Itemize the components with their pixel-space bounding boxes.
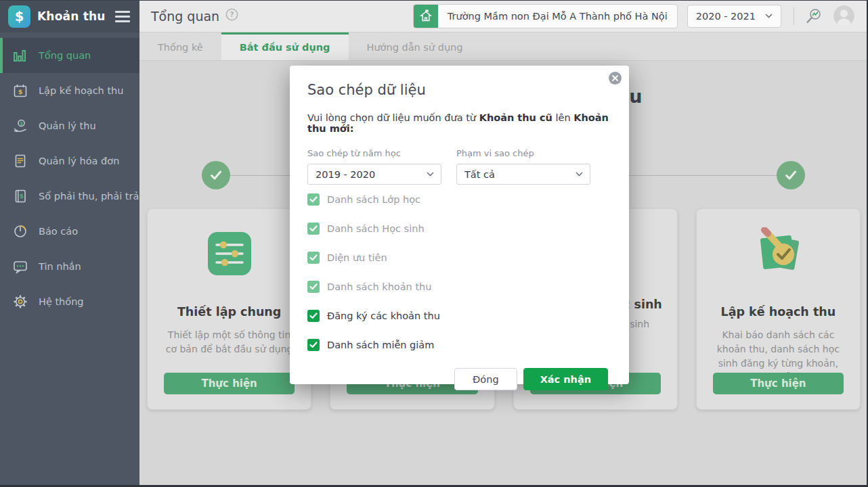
chat-icon (12, 258, 28, 275)
school-icon (414, 5, 438, 28)
app-window: $ Khoản thu Tổng quan $ Lập (0, 0, 868, 487)
checkbox-label: Danh sách Học sinh (327, 223, 425, 234)
sidebar-item-label: Hệ thống (39, 296, 84, 307)
field-label: Sao chép từ năm học (307, 148, 441, 158)
hand-coin-icon: $ (12, 118, 28, 134)
field-label: Phạm vi sao chép (456, 148, 590, 158)
calendar-dollar-icon: $ (12, 83, 28, 99)
svg-text:?: ? (230, 10, 234, 18)
checkbox-checked-icon (307, 252, 320, 264)
checkbox-danh-sach-mien-giam[interactable]: Danh sách miễn giảm (307, 339, 611, 351)
field-copy-year: Sao chép từ năm học 2019 - 2020 (307, 148, 441, 185)
checkbox-label: Diện ưu tiên (327, 252, 387, 263)
card-lap-ke-hoach-thu: Lập kế hoạch thu Khai báo danh sách các … (696, 208, 861, 410)
checkbox-dien-uu-tien: Diện ưu tiên (307, 252, 611, 264)
svg-text:$: $ (18, 88, 23, 95)
school-selector[interactable]: Trường Mầm non Đại Mỗ A Thành phố Hà Nội (413, 4, 678, 28)
question-icon[interactable]: ? (225, 8, 238, 24)
copy-data-modal: Sao chép dữ liệu Vui lòng chọn dữ liệu m… (290, 66, 629, 384)
book-dollar-icon: $ (12, 188, 28, 204)
sidebar-nav: Tổng quan $ Lập kế hoạch thu $ (0, 32, 139, 319)
svg-text:$: $ (20, 120, 23, 126)
step-check-icon (777, 161, 805, 189)
checkbox-checked-icon (307, 193, 320, 206)
checkbox-checked-icon (307, 310, 320, 322)
school-year-value: 2020 - 2021 (696, 11, 756, 22)
window-edge-top (0, 0, 868, 1)
select-value: Tất cả (464, 169, 495, 180)
topbar-divider (794, 7, 794, 25)
invoice-icon (12, 153, 28, 169)
school-name: Trường Mầm non Đại Mỗ A Thành phố Hà Nội (438, 5, 677, 28)
sidebar-item-label: Sổ phải thu, phải trả (39, 191, 139, 202)
modal-fields: Sao chép từ năm học 2019 - 2020 Phạm vi … (307, 148, 611, 185)
select-value: 2019 - 2020 (316, 169, 375, 180)
tab-label: Thống kê (158, 42, 203, 53)
tab-bat-dau-su-dung[interactable]: Bắt đầu sử dụng (221, 32, 349, 60)
card-title: Thiết lập chung (161, 305, 297, 319)
intro-bold-old: Khoản thu cũ (479, 112, 552, 123)
sidebar-item-label: Quản lý hóa đơn (39, 156, 119, 166)
school-year-select[interactable]: 2020 - 2021 (687, 5, 781, 28)
sidebar-item-so-phai-thu[interactable]: $ Sổ phải thu, phải trả (0, 179, 139, 214)
app-title: Khoản thu (37, 9, 108, 23)
dollar-logo-icon: $ (8, 5, 30, 28)
sidebar-item-bao-cao[interactable]: Báo cáo (0, 214, 139, 249)
card-thiet-lap-chung: Thiết lập chung Thiết lập một số thông t… (147, 208, 311, 410)
thuc-hien-button[interactable]: Thực hiện (713, 373, 844, 394)
hamburger-icon[interactable] (115, 11, 130, 22)
sidebar: $ Khoản thu Tổng quan $ Lập (0, 0, 139, 487)
step-check-icon (202, 161, 230, 189)
card-title: Lập kế hoạch thu (710, 305, 846, 319)
tab-label: Hướng dẫn sử dụng (367, 42, 463, 53)
gear-icon (12, 294, 28, 310)
tab-label: Bắt đầu sử dụng (240, 42, 330, 53)
thuc-hien-button[interactable]: Thực hiện (164, 373, 295, 394)
sidebar-item-label: Lập kế hoạch thu (39, 85, 124, 96)
sidebar-item-quan-ly-thu[interactable]: $ Quản lý thu (0, 108, 139, 143)
checkbox-label: Danh sách Lớp học (327, 194, 420, 205)
sidebar-item-lap-ke-hoach-thu[interactable]: $ Lập kế hoạch thu (0, 73, 139, 108)
modal-title: Sao chép dữ liệu (307, 82, 611, 98)
intro-text: lên (552, 112, 573, 123)
checkbox-danh-sach-khoan-thu: Danh sách khoản thu (307, 281, 611, 293)
page-title: Tổng quan (151, 9, 219, 24)
checkbox-label: Danh sách miễn giảm (327, 340, 434, 350)
chevron-down-icon (576, 172, 583, 177)
bar-chart-icon (12, 47, 28, 64)
sidebar-header: $ Khoản thu (0, 0, 139, 32)
topbar: Tổng quan ? Trường Mầm non Đại Mỗ A Thàn… (139, 0, 868, 32)
svg-text:$: $ (20, 193, 24, 200)
sidebar-item-quan-ly-hoa-don[interactable]: Quản lý hóa đơn (0, 143, 139, 179)
sidebar-item-label: Quản lý thu (39, 120, 96, 131)
field-copy-scope: Phạm vi sao chép Tất cả (456, 148, 590, 185)
note-pencil-icon (710, 229, 846, 278)
intro-text: Vui lòng chọn dữ liệu muốn đưa từ (307, 112, 479, 123)
sidebar-item-label: Tin nhắn (39, 261, 81, 272)
checkbox-checked-icon (307, 339, 320, 351)
close-button[interactable]: Đóng (454, 368, 517, 390)
close-icon[interactable] (609, 72, 622, 85)
tab-thong-ke[interactable]: Thống kê (139, 32, 221, 60)
checkbox-danh-sach-hoc-sinh: Danh sách Học sinh (307, 223, 611, 235)
modal-footer: Đóng Xác nhận (307, 368, 611, 390)
checkbox-dang-ky-cac-khoan-thu[interactable]: Đăng ký các khoản thu (307, 310, 611, 322)
search-chart-icon[interactable] (804, 6, 824, 26)
copy-scope-select[interactable]: Tất cả (456, 164, 590, 185)
copy-year-select[interactable]: 2019 - 2020 (307, 164, 441, 185)
avatar[interactable] (833, 5, 854, 26)
pie-chart-icon (12, 223, 28, 239)
sidebar-item-tong-quan[interactable]: Tổng quan (0, 38, 139, 73)
sidebar-item-he-thong[interactable]: Hệ thống (0, 284, 139, 319)
tab-bar: Thống kê Bắt đầu sử dụng Hướng dẫn sử dụ… (139, 32, 868, 61)
confirm-button[interactable]: Xác nhận (523, 368, 608, 390)
chevron-down-icon (765, 14, 773, 18)
modal-intro: Vui lòng chọn dữ liệu muốn đưa từ Khoản … (307, 112, 611, 134)
sidebar-item-label: Tổng quan (39, 50, 91, 61)
sidebar-item-tin-nhan[interactable]: Tin nhắn (0, 249, 139, 284)
checkbox-label: Danh sách khoản thu (327, 281, 431, 292)
tab-huong-dan-su-dung[interactable]: Hướng dẫn sử dụng (349, 32, 481, 60)
chevron-down-icon (427, 172, 434, 177)
sliders-icon (161, 229, 297, 278)
checkbox-checked-icon (307, 281, 320, 293)
